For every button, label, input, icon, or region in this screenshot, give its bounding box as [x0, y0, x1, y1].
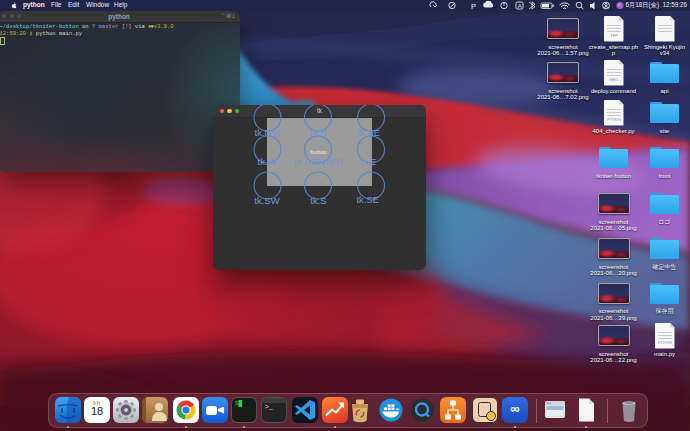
svg-text:tk.N: tk.N	[310, 127, 327, 138]
svg-text:A: A	[518, 3, 522, 9]
svg-text:tk.SW: tk.SW	[254, 195, 279, 206]
svg-text:button: button	[310, 149, 327, 155]
svg-text:tk.W: tk.W	[258, 156, 277, 167]
svg-text:tk.NE: tk.NE	[357, 127, 380, 138]
svg-text:tk.NW: tk.NW	[255, 127, 281, 138]
svg-text:P: P	[471, 2, 476, 11]
svg-text:tk.S: tk.S	[310, 195, 326, 206]
svg-text:tk.SE: tk.SE	[356, 194, 379, 205]
svg-text:tk.E: tk.E	[360, 156, 376, 167]
svg-text:tk.CENTER: tk.CENTER	[294, 156, 343, 167]
